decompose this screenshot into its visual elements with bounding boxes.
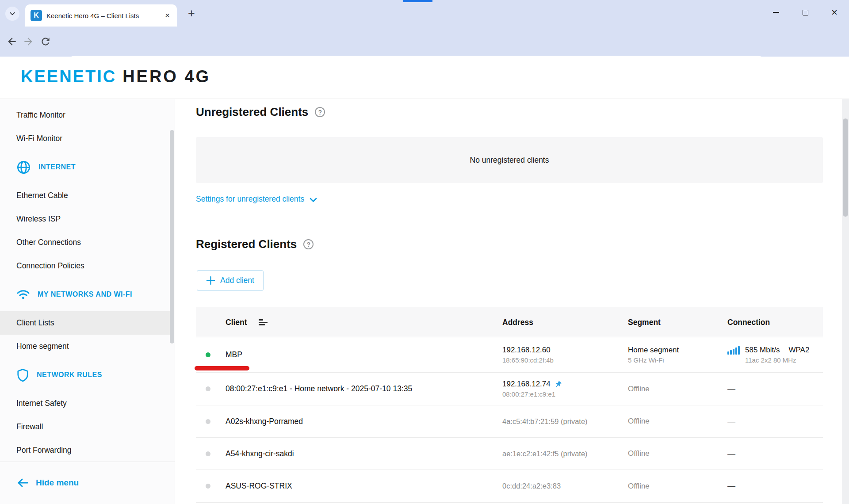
sort-icon[interactable]: [259, 319, 268, 325]
globe-icon: [16, 160, 31, 175]
segment-name: Home segment: [628, 346, 679, 355]
client-name[interactable]: ASUS-ROG-STRIX: [226, 470, 292, 502]
ip-address: 192.168.12.74: [502, 380, 551, 389]
add-client-button[interactable]: Add client: [197, 270, 264, 291]
hide-menu-button[interactable]: Hide menu: [16, 472, 79, 493]
client-address: ae:1e:c2:e1:42:f5 (private): [502, 438, 588, 470]
wifi-icon: [16, 289, 30, 300]
connection-none-dash: —: [727, 384, 823, 393]
connection-security: WPA2: [788, 346, 809, 355]
status-offline-dot: [206, 484, 210, 489]
client-address: 4a:c5:4f:b7:21:59 (private): [502, 405, 588, 437]
chevron-down-icon: [9, 10, 16, 17]
status-offline-dot: [206, 419, 210, 424]
client-address: 192.168.12.6018:65:90:cd:2f:4b: [502, 337, 554, 372]
reload-icon[interactable]: [40, 36, 51, 47]
sidebar-item-other-connections[interactable]: Other Connections: [0, 231, 170, 254]
help-icon[interactable]: ?: [303, 239, 314, 249]
client-name[interactable]: 08:00:27:e1:c9:e1 - Home network - 2025-…: [226, 373, 412, 405]
sidebar-item-connection-policies[interactable]: Connection Policies: [0, 254, 170, 278]
maximize-button[interactable]: [791, 1, 820, 24]
forward-icon[interactable]: [23, 36, 34, 47]
connection-details: 11ac 2x2 80 MHz: [745, 356, 823, 364]
unregistered-clients-heading: Unregistered Clients: [196, 105, 308, 119]
wifi-signal-icon: [727, 346, 740, 355]
chevron-down-icon: [310, 198, 317, 202]
segment-offline-label: Offline: [628, 385, 650, 393]
sidebar-item-firewall[interactable]: Firewall: [0, 415, 170, 439]
table-row[interactable]: ASUS-ROG-STRIX0c:dd:24:a2:e3:83Offline—: [196, 470, 823, 503]
sidebar-item-traffic-monitor[interactable]: Traffic Monitor: [0, 103, 170, 127]
minimize-icon: [773, 12, 779, 13]
no-unregistered-clients-panel: No unregistered clients: [196, 137, 823, 183]
sidebar-item-wi-fi-monitor[interactable]: Wi-Fi Monitor: [0, 127, 170, 150]
settings-unregistered-link[interactable]: Settings for unregistered clients: [196, 195, 317, 204]
registered-clients-heading: Registered Clients: [196, 237, 297, 251]
client-connection: 585 Mbit/sWPA211ac 2x2 80 MHz: [727, 337, 823, 372]
connection-none-dash: —: [727, 417, 823, 426]
screen: K Keenetic Hero 4G – Client Lists × + × …: [0, 0, 849, 504]
column-header-connection[interactable]: Connection: [727, 307, 770, 337]
browser-tab-strip: K Keenetic Hero 4G – Client Lists × + ×: [0, 0, 849, 27]
sidebar-item-internet-safety[interactable]: Internet Safety: [0, 392, 170, 415]
segment-band: 5 GHz Wi-Fi: [628, 356, 679, 364]
client-address: 0c:dd:24:a2:e3:83: [502, 470, 561, 502]
settings-link-label: Settings for unregistered clients: [196, 195, 304, 204]
add-client-label: Add client: [220, 276, 254, 285]
sidebar-item-client-lists[interactable]: Client Lists: [0, 311, 170, 335]
sidebar-item-home-segment[interactable]: Home segment: [0, 335, 170, 358]
hide-menu-label: Hide menu: [36, 478, 79, 488]
sidebar-scrollbar[interactable]: [170, 130, 174, 344]
mac-address: 18:65:90:cd:2f:4b: [502, 356, 554, 364]
sidebar-item-ethernet-cable[interactable]: Ethernet Cable: [0, 184, 170, 207]
plus-icon: [206, 276, 215, 285]
status-offline-dot: [206, 451, 210, 456]
tab-close-icon[interactable]: ×: [163, 11, 172, 20]
connection-speed: 585 Mbit/s: [745, 346, 780, 355]
sidebar-section-label: MY NETWORKS AND WI-FI: [38, 290, 132, 298]
arrow-left-icon: [16, 478, 28, 488]
help-icon[interactable]: ?: [315, 107, 325, 117]
table-row[interactable]: MBP192.168.12.6018:65:90:cd:2f:4bHome se…: [196, 337, 823, 373]
sidebar-section-label: INTERNET: [38, 163, 76, 171]
sidebar-divider: [0, 462, 175, 462]
brand-name: KEENETIC: [21, 67, 116, 86]
table-row[interactable]: A54-khxng-cir-sakdiae:1e:c2:e1:42:f5 (pr…: [196, 438, 823, 470]
client-segment: Offline: [628, 470, 650, 502]
tab-title: Keenetic Hero 4G – Client Lists: [46, 12, 159, 19]
sidebar: Traffic MonitorWi-Fi MonitorINTERNETEthe…: [0, 99, 175, 504]
client-segment: Offline: [628, 405, 650, 437]
pinned-ip-icon: [555, 381, 562, 388]
ip-address: 192.168.12.60: [502, 346, 551, 355]
page-scrollbar-track[interactable]: [842, 99, 849, 504]
connection-none-dash: —: [727, 481, 823, 491]
keenetic-logo: KEENETICHERO 4G: [21, 67, 210, 86]
table-row[interactable]: A02s-khxng-Porramed4a:c5:4f:b7:21:59 (pr…: [196, 405, 823, 438]
registered-clients-title: Registered Clients ?: [196, 237, 314, 251]
unregistered-clients-title: Unregistered Clients ?: [196, 105, 325, 119]
column-header-address[interactable]: Address: [502, 307, 533, 337]
column-header-client[interactable]: Client: [226, 307, 247, 337]
segment-offline-label: Offline: [628, 449, 650, 458]
sidebar-item-wireless-isp[interactable]: Wireless ISP: [0, 207, 170, 231]
mac-address: 4a:c5:4f:b7:21:59 (private): [502, 417, 588, 426]
table-row[interactable]: 08:00:27:e1:c9:e1 - Home network - 2025-…: [196, 373, 823, 405]
segment-offline-label: Offline: [628, 482, 650, 491]
client-name[interactable]: A54-khxng-cir-sakdi: [226, 438, 294, 470]
new-tab-button[interactable]: +: [188, 8, 195, 19]
sidebar-item-port-forwarding[interactable]: Port Forwarding: [0, 439, 170, 462]
close-icon: ×: [831, 6, 838, 19]
column-header-segment[interactable]: Segment: [628, 307, 661, 337]
back-icon[interactable]: [6, 36, 18, 47]
client-name[interactable]: A02s-khxng-Porramed: [226, 405, 303, 437]
browser-tab[interactable]: K Keenetic Hero 4G – Client Lists ×: [25, 4, 177, 27]
client-connection: —: [727, 438, 823, 470]
minimize-button[interactable]: [761, 1, 791, 24]
tab-search-button[interactable]: [5, 7, 19, 21]
close-button[interactable]: ×: [820, 1, 849, 24]
client-address: 192.168.12.7408:00:27:e1:c9:e1: [502, 373, 562, 405]
clients-table: Client Address Segment Connection MBP192…: [196, 307, 823, 503]
page-scrollbar-thumb[interactable]: [843, 118, 848, 217]
shield-icon: [16, 368, 29, 382]
main-content: Unregistered Clients ? No unregistered c…: [175, 99, 849, 504]
